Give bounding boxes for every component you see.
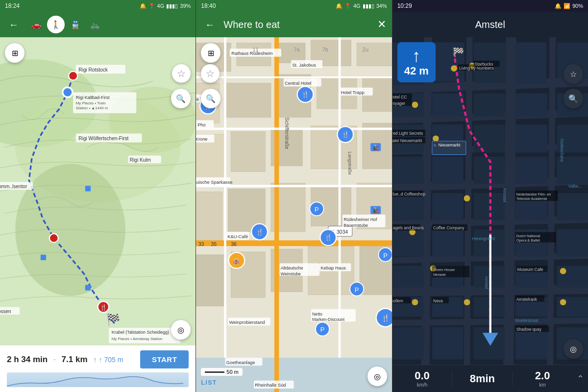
search-icon: 🔍 [176,94,186,103]
elevation-profile [7,372,189,387]
svg-text:Amstel: Amstel [484,276,489,289]
svg-text:Latei Nieuwmarkt: Latei Nieuwmarkt [392,138,422,143]
back-button-2[interactable]: ← [202,19,218,30]
list-button[interactable]: LIST [201,379,242,386]
map-area-3[interactable]: ↑ 42 m [392,37,588,365]
svg-rect-28 [85,186,91,191]
svg-text:P: P [384,252,388,259]
favorite-button-3[interactable]: ☆ [564,64,583,84]
city-svg: Schifferstraße Langstraße L 3034 B 42 🍴 … [196,37,392,392]
page-title: Where to eat [223,19,371,30]
svg-text:Hotel CC: Hotel CC [392,95,407,99]
svg-text:P: P [355,286,359,294]
expand-button[interactable]: ⌃ [572,373,588,384]
svg-rect-169 [432,229,464,256]
status-icons-3: 🔔 📶 90% [555,3,583,9]
svg-rect-165 [473,193,505,220]
svg-text:Coffee Company: Coffee Company [433,225,465,230]
close-button[interactable]: ✕ [377,18,386,31]
svg-rect-163 [392,193,424,220]
svg-text:Bagels and Beans: Bagels and Beans [392,225,424,230]
svg-text:Central Hotel: Central Hotel [285,81,311,86]
nav-bar-3: Amstel [392,12,588,37]
location-button-2[interactable]: ◎ [368,367,387,386]
svg-text:Gollem: Gollem [392,298,403,303]
time-3: 10:29 [397,2,412,9]
svg-rect-43 [231,132,266,172]
layers-button[interactable]: ⊞ [5,43,24,63]
route-duration: 2 h 34 min [7,355,48,365]
svg-text:Schifferstraße: Schifferstraße [284,117,290,149]
svg-text:Neva: Neva [433,298,443,303]
map-area-2[interactable]: Schifferstraße Langstraße L 3034 B 42 🍴 … [196,37,392,392]
status-icons-2: 🔔 📍 4G ▮▮▮▯ 34% [336,3,387,9]
svg-text:Zu: Zu [363,47,368,52]
svg-rect-180 [473,297,505,317]
svg-text:Hotel Trapp: Hotel Trapp [341,90,365,95]
svg-point-200 [560,299,566,305]
svg-text:Televisie Academie: Televisie Academie [516,196,547,201]
svg-rect-29 [41,255,46,260]
eta-value: 8min [470,372,495,385]
search-icon-2: 🔍 [206,94,216,103]
svg-rect-158 [392,157,424,184]
back-button-1[interactable]: ← [6,19,22,30]
svg-rect-30 [85,285,91,290]
transport-train[interactable]: 🚆 [67,16,84,33]
svg-text:Amstel: Amstel [502,188,508,202]
svg-text:33: 33 [198,241,204,247]
svg-text:Rheinhalle Süd: Rheinhalle Süd [255,383,286,388]
svg-rect-164 [432,193,464,220]
svg-text:Weinprobierstand: Weinprobierstand [229,320,265,325]
svg-text:🍴: 🍴 [342,131,350,139]
status-bar-3: 10:29 🔔 📶 90% [392,0,588,12]
svg-text:Voyager: Voyager [392,101,405,106]
svg-text:Opera & Ballet: Opera & Ballet [516,238,539,243]
panel-where-to-eat: 18:40 🔔 📍 4G ▮▮▮▯ 34% ← Where to eat ✕ [196,0,392,392]
transport-bike[interactable]: 🚲 [86,16,104,33]
panel-hiking: 18:24 🔔 📍 4G ▮▮▮▯ 🔔 📍 4G↑↓ 39% 39% ← 🚗 🚶… [0,0,196,392]
svg-point-192 [412,101,418,108]
svg-text:Nassauische Sparkasse: Nassauische Sparkasse [196,180,232,185]
svg-text:Green House: Green House [433,268,455,272]
speed-value: 0.0 [415,369,430,382]
svg-point-193 [433,135,439,142]
svg-text:🚂: 🚂 [372,207,379,214]
svg-text:Néraste: Néraste [433,272,446,277]
svg-text:🍴: 🍴 [324,234,333,242]
svg-text:🍴: 🍴 [256,228,264,236]
location-button-3[interactable]: ◎ [564,339,583,359]
distance-unit: km [539,382,545,388]
panel-navigation: 10:29 🔔 📶 90% Amstel ↑ 42 m [392,0,588,392]
svg-text:☆: ☆ [433,143,437,147]
time-1: 18:24 [5,2,20,9]
svg-rect-38 [225,83,271,117]
route-elevation: ↑ ↑ 705 m [94,356,123,364]
status-bar-1: 18:24 🔔 📍 4G ▮▮▮▯ 🔔 📍 4G↑↓ 39% 39% [0,0,196,12]
svg-text:7b: 7b [322,47,328,52]
svg-rect-172 [557,229,588,256]
map-area-1[interactable]: 🏁 🍴 Rigi Rotstock Rigi Kaltbad-First My … [0,37,196,345]
layers-icon: ⊞ [12,49,18,58]
svg-text:🏁: 🏁 [106,313,121,326]
svg-text:🍴: 🍴 [381,314,390,322]
location-icon-2: ◎ [374,372,381,381]
svg-text:Red Light Secrets: Red Light Secrets [392,131,423,136]
current-street: Amstel [475,19,505,30]
route-info: 2 h 34 min · 7.1 km ↑ ↑ 705 m START [7,350,189,368]
elevation-arrow: ↑ [94,356,97,364]
start-button[interactable]: START [140,350,189,368]
svg-text:K&U-Café: K&U-Café [228,234,248,239]
scale-bar: 50 m [201,368,242,376]
svg-text:My Places • Train: My Places • Train [76,101,106,105]
svg-rect-156 [515,124,547,152]
transport-walk[interactable]: 🚶 [47,16,65,33]
svg-rect-52 [196,255,225,306]
svg-text:a Wok Pho: a Wok Pho [196,122,206,127]
elevation-value: ↑ 705 m [99,356,123,364]
bottom-panel-1: 2 h 34 min · 7.1 km ↑ ↑ 705 m START [0,345,196,392]
svg-text:P: P [320,326,325,333]
svg-point-190 [451,65,457,72]
search-map-button-3[interactable]: 🔍 [564,89,583,108]
transport-car[interactable]: 🚗 [27,16,45,33]
